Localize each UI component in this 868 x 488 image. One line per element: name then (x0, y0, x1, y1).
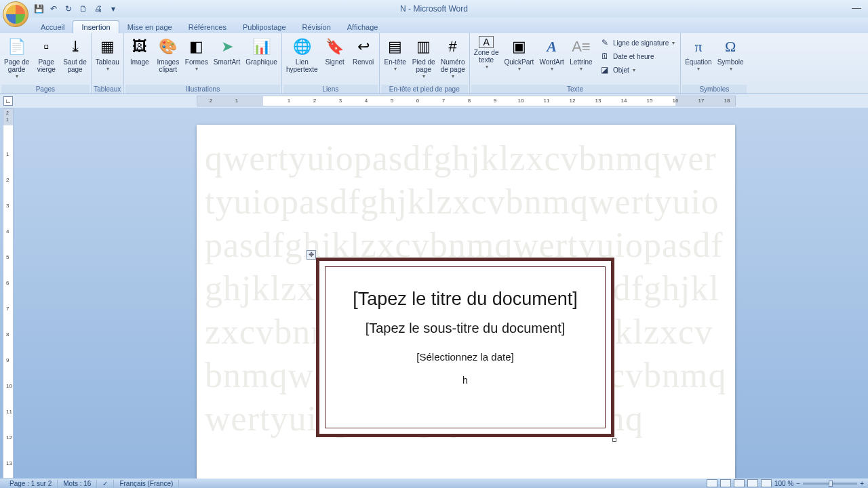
qat-customize-icon[interactable]: ▾ (107, 3, 119, 15)
smartart-icon: ➤ (216, 36, 238, 58)
group-illustrations: 🖼Image 🎨Imagesclipart ◧Formes▾ ➤SmartArt… (124, 33, 282, 94)
cover-subtitle-placeholder[interactable]: [Tapez le sous-titre du document] (366, 321, 566, 336)
office-button[interactable] (3, 1, 28, 27)
group-label: Illustrations (125, 85, 280, 94)
footer-icon: ▥ (413, 36, 435, 58)
tab-references[interactable]: Références (180, 21, 235, 33)
lien-hypertexte-button[interactable]: 🌐Lienhypertexte (283, 35, 321, 75)
page-de-garde-button[interactable]: 📄Page degarde▾ (1, 35, 32, 81)
window-title: N - Microsoft Word (400, 4, 468, 14)
hyperlink-icon: 🌐 (291, 36, 313, 58)
tab-affichage[interactable]: Affichage (339, 21, 387, 33)
horizontal-ruler[interactable]: 21123456789101112131415161718 (197, 96, 736, 106)
table-icon: ▦ (96, 36, 118, 58)
group-pages: 📄Page degarde▾ ▫Pagevierge ⤓Saut depage … (0, 33, 92, 94)
tab-accueil[interactable]: Accueil (33, 21, 73, 33)
group-label: Tableaux (93, 85, 122, 94)
cross-ref-icon: ↩ (353, 36, 374, 58)
status-words[interactable]: Mots : 16 (58, 480, 97, 487)
tab-insertion[interactable]: Insertion (73, 20, 119, 33)
zone-de-texte-button[interactable]: AZone detexte▾ (471, 35, 502, 71)
page-vierge-button[interactable]: ▫Pagevierge (32, 35, 60, 75)
view-full-screen-button[interactable] (720, 479, 731, 487)
status-language[interactable]: Français (France) (114, 480, 179, 487)
group-label: Pages (1, 85, 90, 94)
resize-handle[interactable] (612, 438, 616, 442)
group-label: Texte (471, 85, 679, 94)
zoom-level[interactable]: 100 % (774, 480, 793, 487)
view-outline-button[interactable] (747, 479, 758, 487)
minimize-button[interactable]: — (852, 2, 861, 13)
zoom-in-button[interactable]: + (860, 480, 864, 487)
wordart-button[interactable]: AWordArt▾ (536, 35, 567, 73)
signature-icon: ✎ (599, 37, 610, 48)
clipart-icon: 🎨 (157, 36, 179, 58)
cover-date-placeholder[interactable]: [Sélectionnez la date] (416, 351, 513, 363)
group-label: Symboles (682, 85, 746, 94)
redo-icon[interactable]: ↻ (62, 3, 75, 15)
saut-de-page-button[interactable]: ⤓Saut depage (60, 35, 89, 75)
view-web-button[interactable] (734, 479, 745, 487)
bookmark-icon: 🔖 (324, 36, 346, 58)
date-heure-button[interactable]: 🗓Date et heure (598, 49, 676, 63)
date-icon: 🗓 (599, 51, 610, 62)
cover-page-box[interactable]: [Tapez le titre du document] [Tapez le s… (316, 258, 614, 437)
tab-revision[interactable]: Révision (294, 21, 339, 33)
graphique-button[interactable]: 📊Graphique (243, 35, 280, 67)
view-draft-button[interactable] (761, 479, 772, 487)
quick-access-toolbar: 💾 ↶ ↻ 🗋 🖨 ▾ (33, 3, 119, 15)
equation-button[interactable]: πÉquation▾ (682, 35, 714, 73)
tab-mise-en-page[interactable]: Mise en page (119, 21, 180, 33)
undo-icon[interactable]: ↶ (47, 3, 60, 15)
cover-title-placeholder[interactable]: [Tapez le titre du document] (353, 289, 578, 310)
group-label: Liens (283, 85, 378, 94)
quickpart-icon: ▣ (508, 36, 530, 58)
image-button[interactable]: 🖼Image (125, 35, 154, 67)
zoom-out-button[interactable]: − (796, 480, 800, 487)
group-liens: 🌐Lienhypertexte 🔖Signet ↩Renvoi Liens (282, 33, 380, 94)
objet-button[interactable]: ◪Objet▾ (598, 63, 676, 77)
quick-print-icon[interactable]: 🖨 (92, 3, 104, 15)
pied-de-page-button[interactable]: ▥Pied depage▾ (410, 35, 438, 81)
view-print-layout-button[interactable] (707, 479, 717, 487)
renvoi-button[interactable]: ↩Renvoi (349, 35, 378, 67)
tab-publipostage[interactable]: Publipostage (235, 21, 294, 33)
vertical-ruler[interactable]: 1234567891011121321 (3, 108, 14, 479)
formes-button[interactable]: ◧Formes▾ (182, 35, 211, 73)
new-icon[interactable]: 🗋 (77, 3, 90, 15)
ligne-signature-button[interactable]: ✎Ligne de signature▾ (598, 36, 676, 49)
tab-selector[interactable]: ∟ (3, 96, 13, 106)
status-proofing-icon[interactable]: ✓ (97, 480, 114, 487)
lettrine-button[interactable]: A≡Lettrine▾ (567, 35, 595, 73)
symbole-button[interactable]: ΩSymbole▾ (715, 35, 747, 73)
horizontal-ruler-area: ∟ 21123456789101112131415161718 (0, 94, 868, 108)
status-page[interactable]: Page : 1 sur 2 (4, 480, 58, 487)
document-page[interactable]: qwertyuiopasdfghjklzxcvbnmqwertyuiopasdf… (197, 125, 735, 479)
status-bar: Page : 1 sur 2 Mots : 16 ✓ Français (Fra… (0, 479, 868, 488)
symbol-icon: Ω (719, 36, 741, 58)
cover-page-icon: 📄 (6, 36, 28, 58)
group-symboles: πÉquation▾ ΩSymbole▾ Symboles (681, 33, 747, 94)
cover-author-placeholder[interactable]: h (462, 375, 468, 386)
move-handle-icon[interactable]: ✥ (307, 250, 316, 260)
numero-de-page-button[interactable]: #Numérode page▾ (438, 35, 468, 81)
equation-icon: π (688, 36, 709, 58)
group-tableaux: ▦Tableau▾ Tableaux (92, 33, 124, 94)
quickpart-button[interactable]: ▣QuickPart▾ (502, 35, 537, 73)
wordart-icon: A (541, 36, 563, 58)
header-icon: ▤ (384, 36, 406, 58)
tableau-button[interactable]: ▦Tableau▾ (93, 35, 122, 73)
signet-button[interactable]: 🔖Signet (321, 35, 349, 67)
zoom-slider[interactable] (803, 483, 857, 485)
group-label: En-tête et pied de page (381, 85, 468, 94)
ribbon: 📄Page degarde▾ ▫Pagevierge ⤓Saut depage … (0, 33, 868, 94)
en-tete-button[interactable]: ▤En-tête▾ (381, 35, 410, 73)
group-entete: ▤En-tête▾ ▥Pied depage▾ #Numérode page▾ … (380, 33, 470, 94)
textbox-icon: A (479, 36, 494, 48)
dropcap-icon: A≡ (570, 36, 592, 58)
smartart-button[interactable]: ➤SmartArt (211, 35, 243, 67)
page-break-icon: ⤓ (64, 36, 86, 58)
save-icon[interactable]: 💾 (33, 3, 45, 15)
clipart-button[interactable]: 🎨Imagesclipart (154, 35, 182, 75)
object-icon: ◪ (599, 64, 610, 75)
